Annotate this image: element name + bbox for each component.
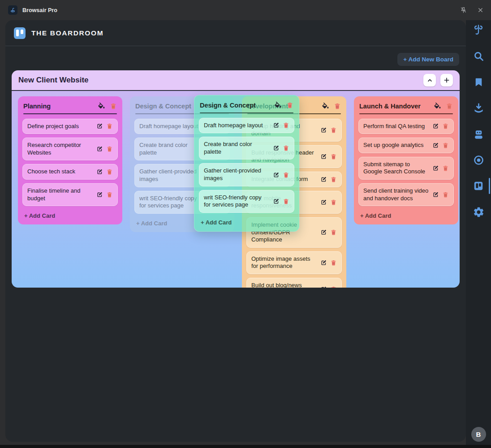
column-header: Design & Concept: [199, 100, 294, 112]
add-new-board-button[interactable]: + Add New Board: [397, 53, 459, 66]
card-edit-icon[interactable]: [273, 198, 280, 205]
card-text: Create brand color palette: [204, 141, 270, 155]
card-edit-icon[interactable]: [320, 229, 327, 236]
board-column[interactable]: Launch & Handover Perform final QA testi…: [354, 96, 458, 224]
card-edit-icon[interactable]: [432, 142, 439, 149]
column-divider: [359, 113, 453, 114]
card-edit-icon[interactable]: [320, 199, 327, 206]
column-color-bucket-icon[interactable]: [97, 102, 105, 110]
card-edit-icon[interactable]: [320, 176, 327, 183]
card-delete-trash-icon[interactable]: [283, 172, 289, 178]
card-delete-trash-icon[interactable]: [106, 146, 113, 152]
card-delete-trash-icon[interactable]: [330, 286, 337, 288]
right-sidebar: B: [466, 20, 491, 448]
card-edit-icon[interactable]: [432, 123, 439, 129]
kanban-card[interactable]: Finalise timeline and budget: [22, 183, 118, 206]
kanban-card[interactable]: Optimize image assets for performance: [246, 251, 342, 274]
card-text: Research competitor Websites: [27, 142, 93, 156]
kanban-card[interactable]: Submit sitemap to Google Search Console: [358, 157, 454, 180]
card-delete-trash-icon[interactable]: [283, 122, 289, 129]
column-title: Launch & Handover: [359, 103, 429, 110]
card-delete-trash-icon[interactable]: [330, 259, 337, 266]
robot-assistant-icon[interactable]: [472, 127, 485, 141]
kanban-card[interactable]: Set up google analytics: [358, 138, 454, 153]
card-delete-trash-icon[interactable]: [330, 229, 337, 236]
card-delete-trash-icon[interactable]: [283, 145, 289, 151]
bookmark-icon[interactable]: [472, 75, 485, 89]
card-edit-icon[interactable]: [96, 168, 103, 175]
card-text: Perform final QA testing: [363, 123, 429, 130]
card-delete-trash-icon[interactable]: [442, 165, 449, 172]
column-delete-trash-icon[interactable]: [110, 103, 117, 110]
board-column[interactable]: Planning Define project goals: [18, 96, 122, 224]
card-text: Define project goals: [27, 123, 93, 130]
boards-icon[interactable]: [472, 179, 485, 193]
card-edit-icon[interactable]: [273, 172, 280, 178]
card-text: Finalise timeline and budget: [27, 187, 93, 202]
card-delete-trash-icon[interactable]: [283, 198, 289, 205]
column-header: Planning: [22, 101, 118, 113]
card-delete-trash-icon[interactable]: [106, 123, 113, 129]
card-edit-icon[interactable]: [96, 191, 103, 198]
kanban-card[interactable]: Perform final QA testing: [358, 119, 454, 134]
column-color-bucket-icon[interactable]: [321, 102, 329, 110]
column-delete-trash-icon[interactable]: [334, 103, 341, 110]
search-icon[interactable]: [472, 49, 485, 63]
dragged-column-ghost[interactable]: Design & Concept Draft homepage layout: [194, 95, 299, 232]
card-delete-trash-icon[interactable]: [330, 199, 337, 206]
browsair-logo-icon[interactable]: [472, 23, 485, 37]
app-logo-badge: [8, 5, 17, 15]
card-text: Send client training video and handover …: [363, 187, 429, 202]
card-delete-trash-icon[interactable]: [330, 176, 337, 183]
kanban-card[interactable]: Create brand color palette: [199, 137, 294, 159]
kanban-card[interactable]: Research competitor Websites: [22, 138, 118, 160]
card-edit-icon[interactable]: [320, 259, 327, 266]
card-delete-trash-icon[interactable]: [330, 127, 337, 134]
kanban-card[interactable]: Build out blog/news section: [246, 278, 342, 288]
card-delete-trash-icon[interactable]: [330, 153, 337, 160]
settings-gear-icon[interactable]: [472, 205, 485, 219]
card-delete-trash-icon[interactable]: [442, 142, 449, 149]
card-edit-icon[interactable]: [96, 123, 103, 129]
close-icon[interactable]: [477, 7, 484, 13]
column-delete-trash-icon[interactable]: [286, 102, 293, 109]
add-card-button[interactable]: + Add Card: [358, 210, 454, 220]
card-delete-trash-icon[interactable]: [442, 123, 449, 129]
add-card-button[interactable]: + Add Card: [199, 216, 294, 227]
kanban-card[interactable]: Send client training video and handover …: [358, 183, 454, 206]
add-column-button[interactable]: [440, 74, 453, 86]
plus-icon: [443, 77, 450, 84]
kanban-card[interactable]: Gather client-provided images: [199, 163, 294, 186]
card-list: Define project goals Research competitor…: [22, 119, 118, 207]
card-edit-icon[interactable]: [320, 286, 327, 288]
download-icon[interactable]: [472, 101, 485, 115]
card-edit-icon[interactable]: [432, 165, 439, 172]
column-color-bucket-icon[interactable]: [274, 101, 282, 109]
collapse-board-button[interactable]: [423, 74, 436, 86]
card-text: Submit sitemap to Google Search Console: [363, 161, 429, 176]
record-icon[interactable]: [472, 153, 485, 167]
card-edit-icon[interactable]: [320, 127, 327, 134]
add-card-button[interactable]: + Add Card: [22, 210, 118, 220]
active-tab-indicator: [489, 178, 490, 194]
card-text: Gather client-provided images: [204, 167, 270, 182]
column-title: Design & Concept: [200, 102, 269, 109]
card-edit-icon[interactable]: [273, 122, 280, 129]
card-edit-icon[interactable]: [432, 191, 439, 198]
kanban-card[interactable]: Choose tech stack: [22, 164, 118, 180]
card-edit-icon[interactable]: [320, 153, 327, 160]
card-edit-icon[interactable]: [96, 146, 103, 152]
kanban-card[interactable]: Define project goals: [22, 119, 118, 134]
user-avatar[interactable]: B: [471, 427, 486, 442]
column-delete-trash-icon[interactable]: [446, 103, 453, 110]
kanban-card[interactable]: Draft homepage layout: [199, 118, 294, 134]
card-delete-trash-icon[interactable]: [106, 191, 113, 198]
column-color-bucket-icon[interactable]: [433, 102, 441, 110]
kanban-card[interactable]: writ SEO-friendly copy for services page: [199, 190, 294, 213]
card-edit-icon[interactable]: [273, 145, 280, 151]
page-title: THE BOARDROOM: [31, 29, 103, 37]
card-delete-trash-icon[interactable]: [442, 191, 449, 198]
card-text: Build out blog/news section: [251, 282, 317, 288]
card-delete-trash-icon[interactable]: [106, 168, 113, 175]
pin-off-icon[interactable]: [460, 6, 467, 14]
